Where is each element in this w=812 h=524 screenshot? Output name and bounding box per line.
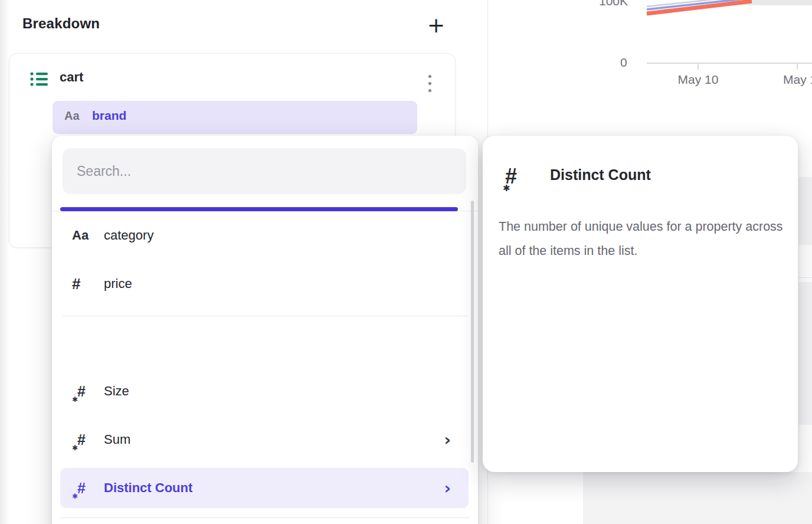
dropdown-item-distinct-count[interactable]: ✱# Distinct Count ›	[60, 468, 469, 508]
property-dropdown: Aa category # price Computed ✱# Size ✱# …	[52, 136, 478, 524]
distinct-count-tooltip: ✱# Distinct Count The number of unique v…	[483, 136, 798, 472]
search-input[interactable]	[63, 148, 466, 194]
dropdown-item-category[interactable]: Aa category	[52, 211, 478, 260]
table-row-band	[798, 177, 812, 245]
property-chip-label: brand	[92, 109, 126, 123]
page-title: Breakdown	[22, 15, 100, 32]
left-edge-shadow	[0, 0, 9, 524]
x-axis-label-may10: May 10	[676, 73, 720, 87]
active-tab-indicator	[60, 207, 458, 211]
add-breakdown-button[interactable]: +	[424, 13, 448, 38]
scrollbar-thumb[interactable]	[471, 201, 474, 463]
tooltip-description: The number of unique values for a proper…	[499, 215, 788, 263]
table-area-background	[583, 472, 812, 524]
dropdown-item-label: Sum	[104, 415, 130, 464]
text-type-icon: Aa	[64, 109, 80, 123]
dropdown-item-price[interactable]: # price	[52, 260, 478, 308]
selected-property-chip[interactable]: Aa brand	[53, 101, 417, 134]
y-axis-label-zero: 0	[620, 55, 627, 70]
chevron-right-icon: ›	[444, 415, 451, 464]
list-property-icon	[30, 71, 49, 88]
breakdown-header: Breakdown +	[22, 13, 459, 37]
dropdown-item-label: category	[104, 211, 153, 260]
dropdown-item-label: Distinct Count	[104, 468, 192, 508]
breakdown-group-row[interactable]: cart	[9, 64, 455, 97]
section-divider	[60, 518, 470, 518]
number-type-icon: #	[72, 260, 99, 308]
computed-number-icon: ✱#	[72, 415, 99, 464]
group-label: cart	[60, 70, 83, 85]
dropdown-item-size[interactable]: ✱# Size	[52, 367, 478, 415]
tooltip-title: Distinct Count	[550, 166, 651, 184]
table-row-band	[798, 282, 812, 425]
dropdown-item-sum[interactable]: ✱# Sum ›	[52, 415, 478, 464]
chevron-right-icon: ›	[444, 468, 451, 508]
kebab-menu-button[interactable]	[425, 74, 435, 97]
dropdown-item-label: price	[104, 260, 132, 308]
line-chart-series	[488, 0, 812, 94]
text-type-icon: Aa	[72, 211, 99, 260]
section-divider	[63, 316, 467, 316]
computed-number-icon: ✱#	[72, 367, 99, 415]
x-axis-label-may1x: May 1	[783, 73, 812, 87]
computed-number-icon: ✱#	[72, 468, 96, 508]
y-axis-label-top: 100K	[599, 0, 628, 8]
dropdown-item-label: Size	[104, 367, 129, 415]
table-row-divider	[798, 277, 812, 278]
computed-number-icon: ✱#	[505, 164, 535, 189]
